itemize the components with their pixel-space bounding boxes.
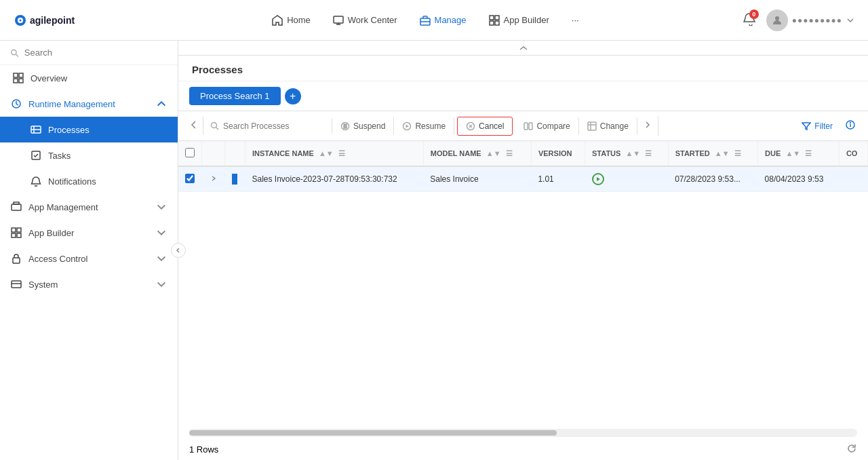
col-model-filter[interactable]: ☰ — [506, 149, 513, 157]
filter-button[interactable]: Filter — [795, 117, 840, 135]
suspend-button[interactable]: Suspend — [332, 117, 394, 135]
search-input[interactable] — [24, 47, 167, 58]
col-status: STATUS ▲▼ ☰ — [585, 141, 669, 166]
col-status-filter[interactable]: ☰ — [645, 149, 652, 157]
nav-appbuilder[interactable]: App Builder — [479, 9, 559, 31]
row-started: 07/28/2023 9:53... — [668, 166, 757, 192]
svg-point-11 — [775, 16, 779, 20]
sidebar-item-processes[interactable]: Processes — [0, 117, 178, 142]
nav-right: 0 ●●●●●●●●● — [743, 9, 854, 31]
row-expand-cell[interactable] — [202, 166, 225, 192]
user-menu[interactable]: ●●●●●●●●● — [766, 9, 854, 31]
sidebar-item-appmanagement[interactable]: App Management — [0, 194, 178, 220]
grid-icon — [489, 15, 500, 26]
row-expand-button[interactable] — [209, 173, 218, 185]
overview-icon — [13, 73, 24, 83]
logo-svg: agilepoint — [14, 11, 95, 30]
scrollbar-track[interactable] — [189, 429, 857, 437]
sidebar-item-runtime[interactable]: Runtime Management — [0, 91, 178, 117]
process-search-tab[interactable]: Process Search 1 — [189, 87, 281, 105]
notifications-button[interactable]: 0 — [743, 12, 756, 28]
resume-button[interactable]: Resume — [394, 117, 454, 135]
briefcase-icon — [420, 15, 431, 26]
svg-rect-24 — [14, 202, 19, 204]
table-row[interactable]: Sales Invoice-2023-07-28T09:53:30:732 Sa… — [178, 166, 868, 192]
col-instance-filter[interactable]: ☰ — [338, 149, 345, 157]
change-icon — [587, 121, 597, 131]
cancel-button[interactable]: Cancel — [457, 117, 513, 136]
sidebar-collapse-button[interactable] — [171, 243, 186, 258]
col-due-filter[interactable]: ☰ — [805, 149, 812, 157]
sidebar-item-tasks[interactable]: Tasks — [0, 142, 178, 168]
cancel-icon — [466, 121, 475, 131]
chevron-right-toolbar-icon — [643, 120, 652, 130]
svg-marker-50 — [597, 177, 600, 181]
svg-point-2 — [20, 19, 22, 21]
scrollbar-thumb[interactable] — [189, 430, 557, 436]
col-instance-name: INSTANCE NAME ▲▼ ☰ — [245, 141, 424, 166]
main-layout: Overview Runtime Management Processe — [0, 41, 868, 460]
change-button[interactable]: Change — [579, 117, 637, 135]
row-model-name: Sales Invoice — [423, 166, 531, 192]
search-processes-input[interactable] — [223, 121, 325, 131]
svg-rect-17 — [19, 79, 23, 83]
more-actions-button[interactable] — [637, 116, 658, 136]
svg-text:agilepoint: agilepoint — [30, 15, 75, 26]
compare-button[interactable]: Compare — [515, 117, 578, 135]
sidebar-item-overview[interactable]: Overview — [0, 65, 178, 91]
svg-rect-7 — [490, 16, 494, 20]
select-all-checkbox[interactable] — [185, 148, 195, 157]
system-label: System — [28, 280, 58, 290]
sidebar-item-system[interactable]: System — [0, 271, 178, 297]
top-nav: agilepoint Home Work Center Manage App B… — [0, 0, 868, 41]
add-tab-button[interactable]: + — [285, 88, 301, 104]
nav-home[interactable]: Home — [262, 9, 320, 31]
nav-home-label: Home — [287, 15, 311, 25]
play-icon — [595, 176, 601, 182]
svg-point-12 — [12, 50, 16, 54]
row-status — [585, 166, 669, 192]
user-icon — [772, 15, 783, 26]
svg-rect-30 — [12, 281, 21, 288]
row-checkbox-cell[interactable] — [178, 166, 202, 192]
svg-rect-28 — [17, 233, 21, 237]
svg-rect-25 — [12, 228, 16, 232]
svg-rect-4 — [334, 16, 343, 23]
svg-rect-29 — [13, 258, 20, 263]
svg-rect-27 — [12, 233, 16, 237]
col-started: STARTED ▲▼ ☰ — [668, 141, 757, 166]
refresh-button[interactable] — [846, 443, 857, 456]
sidebar-item-notifications-label: Notifications — [48, 176, 96, 187]
sidebar-search[interactable] — [0, 41, 178, 65]
status-running-icon — [592, 173, 604, 185]
search-processes-field[interactable] — [203, 119, 332, 134]
notification-badge: 0 — [749, 9, 759, 19]
col-started-filter[interactable]: ☰ — [734, 149, 741, 157]
home-icon — [272, 15, 283, 26]
col-due: DUE ▲▼ ☰ — [758, 141, 840, 166]
logo[interactable]: agilepoint — [14, 11, 95, 30]
tab-bar: Process Search 1 + — [178, 81, 868, 111]
svg-marker-38 — [406, 124, 410, 128]
info-button[interactable] — [840, 115, 861, 136]
sidebar-item-notifications[interactable]: Notifications — [0, 168, 178, 194]
nav-workcenter[interactable]: Work Center — [323, 9, 407, 31]
nav-manage[interactable]: Manage — [410, 9, 476, 31]
sidebar-item-accesscontrol[interactable]: Access Control — [0, 246, 178, 271]
col-version: VERSION — [531, 141, 585, 166]
collapse-top-button[interactable] — [178, 41, 868, 56]
section-title: Processes — [178, 56, 868, 81]
horizontal-scrollbar-area — [178, 426, 868, 440]
svg-rect-26 — [17, 228, 21, 232]
chevron-left-icon — [176, 248, 181, 253]
sidebar-item-appbuilder[interactable]: App Builder — [0, 220, 178, 246]
chevron-down-icon-4 — [156, 253, 167, 264]
row-due: 08/04/2023 9:53 — [758, 166, 840, 192]
row-co — [839, 166, 867, 192]
sidebar-item-overview-label: Overview — [31, 73, 67, 83]
nav-manage-label: Manage — [435, 15, 467, 25]
toolbar-back-button[interactable] — [185, 117, 203, 135]
row-checkbox[interactable] — [185, 174, 195, 183]
arrow-left-icon — [191, 121, 197, 129]
nav-more[interactable]: ··· — [562, 9, 589, 31]
